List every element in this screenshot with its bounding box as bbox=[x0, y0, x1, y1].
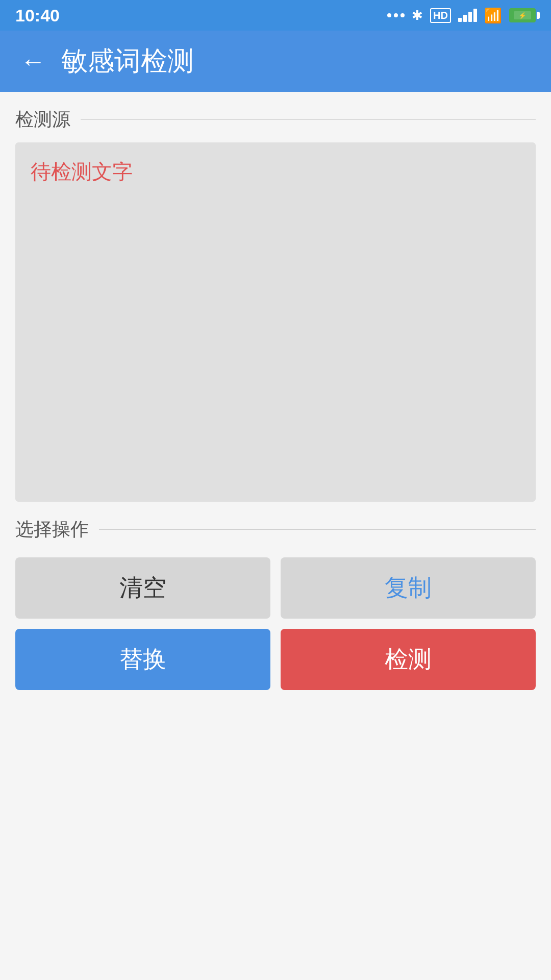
back-button[interactable]: ← bbox=[20, 48, 46, 74]
bluetooth-icon: ✱ bbox=[412, 8, 423, 23]
status-icons: ✱ HD 📶 ⚡ bbox=[387, 7, 536, 24]
signal-icon bbox=[458, 9, 477, 22]
action-divider bbox=[99, 529, 536, 530]
source-section-header: 检测源 bbox=[15, 92, 536, 142]
text-input[interactable] bbox=[31, 158, 520, 484]
detect-button[interactable]: 检测 bbox=[281, 629, 536, 690]
battery-icon: ⚡ bbox=[509, 8, 536, 22]
status-bar: 10:40 ✱ HD 📶 ⚡ bbox=[0, 0, 551, 31]
status-time: 10:40 bbox=[15, 6, 60, 26]
buttons-grid: 清空 复制 替换 检测 bbox=[15, 557, 536, 690]
app-bar: ← 敏感词检测 bbox=[0, 31, 551, 92]
dots-icon bbox=[387, 13, 405, 17]
wifi-icon: 📶 bbox=[484, 7, 502, 24]
main-content: 检测源 选择操作 清空 复制 替换 检测 bbox=[0, 92, 551, 980]
replace-button[interactable]: 替换 bbox=[15, 629, 270, 690]
page-title: 敏感词检测 bbox=[61, 43, 194, 79]
source-divider bbox=[81, 119, 536, 120]
text-input-area[interactable] bbox=[15, 142, 536, 502]
action-section-header: 选择操作 bbox=[15, 502, 536, 552]
clear-button[interactable]: 清空 bbox=[15, 557, 270, 619]
battery-svg: ⚡ bbox=[513, 10, 532, 20]
action-label: 选择操作 bbox=[15, 517, 89, 542]
svg-text:⚡: ⚡ bbox=[518, 11, 527, 20]
hd-badge: HD bbox=[430, 8, 451, 23]
copy-button[interactable]: 复制 bbox=[281, 557, 536, 619]
source-label: 检测源 bbox=[15, 107, 70, 132]
